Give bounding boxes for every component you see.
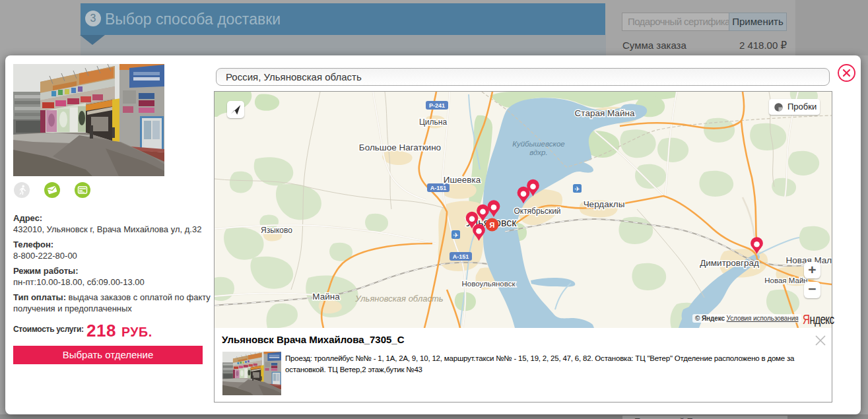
svg-text:Чердаклы: Чердаклы	[584, 199, 625, 209]
svg-text:Ишеевка: Ишеевка	[444, 175, 481, 185]
svg-text:Языково: Языково	[261, 226, 292, 235]
svg-text:А-151: А-151	[453, 253, 469, 260]
svg-text:Р-241: Р-241	[429, 102, 445, 109]
svg-text:✈: ✈	[453, 232, 458, 239]
svg-text:Старая Майна: Старая Майна	[575, 108, 635, 118]
svg-text:Димитровград: Димитровград	[700, 258, 759, 268]
svg-text:Цильна: Цильна	[419, 117, 447, 127]
svg-text:Ульяновская область: Ульяновская область	[354, 294, 443, 304]
svg-text:вдхр.: вдхр.	[529, 148, 547, 156]
svg-text:Майна: Майна	[312, 292, 340, 302]
svg-text:Я: Я	[490, 221, 495, 229]
svg-text:✈: ✈	[574, 185, 580, 193]
svg-text:А-151: А-151	[430, 185, 447, 191]
svg-text:Куйбышевское: Куйбышевское	[512, 140, 564, 148]
svg-text:Новоульяновск: Новоульяновск	[462, 280, 516, 288]
svg-text:Новая Майн: Новая Майн	[764, 276, 807, 284]
svg-text:Октябрьский: Октябрьский	[514, 207, 560, 216]
svg-text:Большое Нагаткино: Большое Нагаткино	[359, 143, 441, 152]
